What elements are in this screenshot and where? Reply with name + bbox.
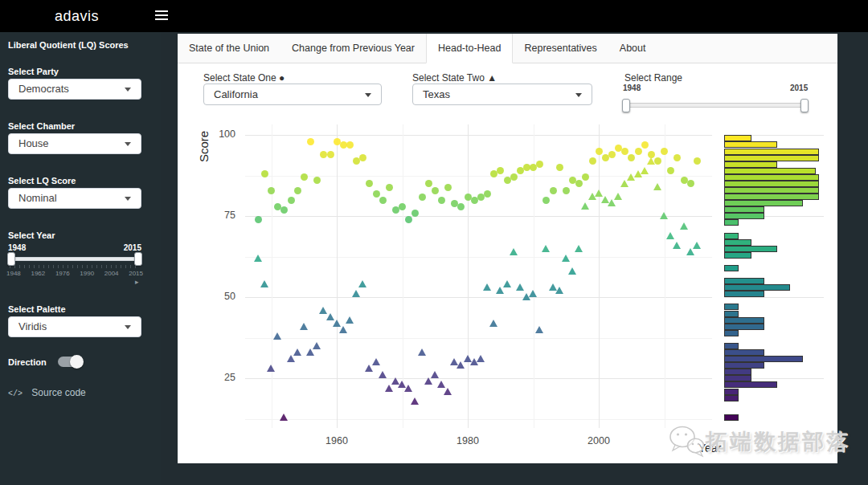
range-slider-handle-left[interactable] [622, 99, 630, 112]
point-california[interactable] [550, 187, 557, 194]
tab-representatives[interactable]: Representatives [513, 34, 608, 63]
point-texas[interactable] [503, 280, 511, 287]
point-texas[interactable] [693, 242, 701, 249]
histogram-bar[interactable] [724, 375, 751, 381]
point-texas[interactable] [365, 365, 373, 372]
point-california[interactable] [504, 177, 511, 184]
point-california[interactable] [582, 173, 589, 181]
point-texas[interactable] [457, 361, 465, 369]
party-select[interactable]: Democrats [8, 79, 141, 100]
histogram-bar[interactable] [724, 265, 739, 271]
range-slider-track[interactable] [623, 103, 808, 108]
histogram-bar[interactable] [724, 291, 764, 297]
point-texas[interactable] [614, 193, 622, 200]
histogram-bar[interactable] [724, 356, 803, 362]
point-california[interactable] [444, 184, 452, 191]
point-california[interactable] [425, 180, 432, 187]
histogram-bar[interactable] [724, 135, 751, 141]
point-california[interactable] [261, 170, 268, 177]
point-california[interactable] [359, 154, 366, 161]
histogram-bar[interactable] [724, 181, 819, 187]
point-texas[interactable] [379, 371, 387, 378]
point-california[interactable] [280, 206, 288, 214]
histogram-bar[interactable] [724, 187, 819, 194]
year-slider-track[interactable] [8, 257, 141, 261]
point-california[interactable] [674, 154, 681, 161]
histogram-bar[interactable] [724, 362, 764, 369]
point-california[interactable] [484, 190, 491, 198]
point-california[interactable] [510, 173, 518, 181]
point-texas[interactable] [267, 365, 275, 372]
point-california[interactable] [628, 154, 635, 161]
point-california[interactable] [288, 197, 295, 204]
point-texas[interactable] [358, 280, 366, 287]
point-texas[interactable] [660, 212, 668, 219]
point-texas[interactable] [477, 355, 485, 362]
histogram-bar[interactable] [724, 330, 739, 336]
point-texas[interactable] [418, 348, 426, 356]
histogram-bar[interactable] [724, 141, 777, 148]
point-texas[interactable] [686, 248, 694, 255]
point-texas[interactable] [529, 290, 537, 297]
point-california[interactable] [694, 157, 701, 165]
point-california[interactable] [313, 177, 321, 184]
point-texas[interactable] [673, 242, 681, 249]
state-two-select[interactable]: Texas [412, 84, 592, 105]
point-texas[interactable] [300, 323, 308, 330]
histogram-bar[interactable] [724, 206, 764, 213]
point-texas[interactable] [562, 255, 570, 262]
point-california[interactable] [399, 203, 406, 210]
histogram-bar[interactable] [724, 349, 764, 356]
point-california[interactable] [641, 141, 649, 149]
point-texas[interactable] [581, 202, 589, 210]
point-california[interactable] [661, 148, 668, 155]
point-texas[interactable] [260, 280, 268, 287]
point-texas[interactable] [280, 414, 288, 421]
point-texas[interactable] [404, 385, 412, 392]
point-texas[interactable] [424, 377, 432, 385]
histogram-bar[interactable] [724, 369, 751, 375]
sidebar-toggle-icon[interactable] [155, 10, 168, 22]
point-california[interactable] [542, 197, 550, 204]
point-texas[interactable] [385, 385, 393, 392]
point-texas[interactable] [273, 332, 281, 340]
point-texas[interactable] [535, 326, 543, 333]
point-texas[interactable] [496, 287, 504, 294]
point-california[interactable] [667, 167, 674, 174]
point-california[interactable] [589, 157, 596, 165]
histogram-bar[interactable] [724, 324, 764, 330]
chamber-select[interactable]: House [8, 133, 141, 154]
point-california[interactable] [432, 187, 439, 194]
histogram-bar[interactable] [724, 155, 819, 161]
point-california[interactable] [621, 148, 628, 155]
point-texas[interactable] [575, 245, 583, 252]
point-texas[interactable] [254, 255, 262, 262]
point-texas[interactable] [306, 348, 314, 356]
histogram-bar[interactable] [724, 284, 790, 291]
slider-play-button[interactable]: ▸ [135, 278, 139, 286]
histogram-bar[interactable] [724, 200, 803, 206]
point-texas[interactable] [647, 157, 655, 165]
histogram-bar[interactable] [724, 161, 777, 168]
histogram-bar[interactable] [724, 381, 777, 388]
tab-state-of-the-union[interactable]: State of the Union [178, 34, 280, 63]
histogram-bar[interactable] [724, 317, 764, 324]
histogram-bar[interactable] [724, 311, 739, 317]
state-one-select[interactable]: California [203, 84, 382, 105]
point-texas[interactable] [555, 287, 563, 294]
point-texas[interactable] [641, 167, 649, 174]
direction-toggle[interactable] [58, 357, 82, 367]
lq-score-select[interactable]: Nominal [8, 188, 141, 209]
point-california[interactable] [373, 190, 380, 198]
point-texas[interactable] [510, 248, 518, 255]
point-texas[interactable] [568, 267, 576, 275]
tab-about[interactable]: About [608, 34, 657, 63]
point-texas[interactable] [608, 199, 616, 206]
histogram-bar[interactable] [724, 194, 819, 200]
point-california[interactable] [687, 180, 694, 187]
source-code-link[interactable]: </> Source code [8, 387, 86, 398]
point-texas[interactable] [431, 371, 439, 378]
point-texas[interactable] [411, 397, 419, 405]
point-california[interactable] [294, 187, 301, 194]
point-texas[interactable] [313, 342, 321, 349]
